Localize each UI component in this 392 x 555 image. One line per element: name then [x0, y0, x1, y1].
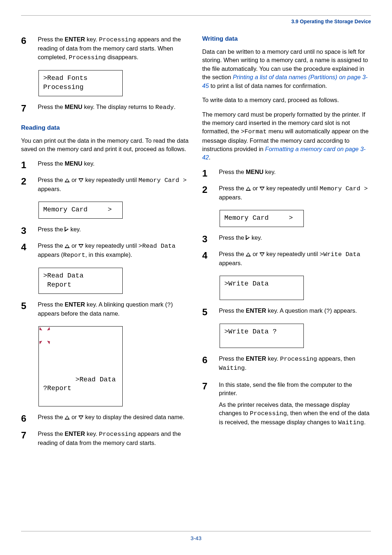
code: ? [167, 301, 171, 308]
t: disappears. [106, 54, 138, 60]
t: key repeatedly until [83, 242, 138, 249]
t: Press the [38, 104, 65, 110]
step-text: Press the ENTER key. A question mark (?)… [219, 307, 371, 319]
t: appears. [219, 260, 242, 266]
t: Press the [219, 251, 246, 257]
code: >Write Data [319, 251, 360, 258]
code: Processing [280, 356, 317, 362]
writing-step-4: 4 Press the or key repeatedly until >Wri… [202, 250, 371, 271]
t: or [70, 414, 78, 420]
step-text: Press the MENU key. [219, 168, 371, 179]
t: Press the [219, 307, 246, 314]
blink-indicator-icon [39, 327, 42, 330]
t: Press the [38, 177, 65, 183]
left-column: 6 Press the ENTER key. Processing appear… [21, 35, 190, 455]
t: Press the [38, 226, 65, 232]
step-text: In this state, send the file from the co… [219, 381, 371, 430]
key: ENTER [65, 430, 85, 437]
blink-indicator-icon [46, 341, 50, 344]
up-arrow-icon [65, 178, 70, 182]
step-number: 1 [21, 159, 38, 170]
step-number: 5 [21, 300, 38, 311]
t: key. [69, 226, 81, 232]
up-arrow-icon [65, 244, 70, 248]
t: or [70, 242, 78, 249]
step-number: 6 [202, 355, 219, 365]
t: In this state, send the file from the co… [219, 381, 371, 398]
step-number: 3 [202, 234, 219, 244]
t: key. The display returns to [82, 104, 155, 110]
reading-step-7: 7 Press the ENTER key. Processing appear… [21, 430, 190, 450]
t: or [70, 177, 78, 183]
key: ENTER [246, 307, 266, 314]
up-arrow-icon [246, 252, 251, 256]
right-arrow-icon [246, 235, 250, 240]
right-column: Writing data Data can be written to a me… [202, 35, 371, 455]
lcd-display: >Read Fonts Processing [38, 70, 123, 96]
footer-rule [21, 531, 371, 531]
code: Waiting [219, 365, 245, 372]
writing-step-2: 2 Press the or key repeatedly until Memo… [202, 184, 371, 205]
step-number: 4 [21, 242, 38, 252]
t: key. [266, 355, 280, 362]
t: appears ( [38, 251, 63, 258]
right-arrow-icon [65, 227, 69, 232]
reading-intro: You can print out the data in the memory… [21, 137, 190, 154]
up-arrow-icon [246, 187, 251, 191]
up-arrow-icon [65, 416, 70, 420]
t: Press the [219, 169, 246, 175]
code: >Format [241, 128, 266, 135]
lcd-display: Memory Card > [220, 210, 304, 227]
t: or [251, 251, 260, 257]
t: key. [85, 430, 99, 437]
code: Memory Card > [319, 185, 368, 192]
lcd-display: >Write Data [220, 276, 304, 300]
step-7: 7 Press the MENU key. The display return… [21, 103, 190, 115]
step-6: 6 Press the ENTER key. Processing appear… [21, 35, 190, 65]
t: . [364, 419, 366, 425]
t: key repeatedly until [83, 177, 138, 183]
reading-step-5: 5 Press the ENTER key. A blinking questi… [21, 300, 190, 321]
blink-indicator-icon [46, 327, 50, 330]
key: ENTER [65, 301, 85, 308]
lcd-display: >Write Data ? [220, 324, 304, 348]
reading-step-4: 4 Press the or key repeatedly until >Rea… [21, 242, 190, 263]
page-footer: 3-43 [21, 531, 371, 541]
down-arrow-icon [78, 244, 83, 248]
key: MENU [65, 104, 82, 110]
code: Report [63, 252, 85, 259]
t: Press the [219, 185, 246, 191]
step-number: 2 [21, 176, 38, 186]
code: ? [326, 308, 330, 315]
key: MENU [246, 169, 264, 175]
step-number: 7 [21, 430, 38, 440]
t: Press the [38, 36, 65, 42]
step-text: Press the ENTER key. Processing appears,… [219, 355, 371, 376]
lcd-display: >Read Data Report [38, 268, 123, 294]
page-number: 3-43 [21, 535, 371, 541]
writing-step-7: 7 In this state, send the file from the … [202, 381, 371, 430]
t: key. [250, 234, 262, 241]
t: appears. [38, 186, 61, 192]
step-number: 7 [21, 103, 38, 113]
top-rule [21, 15, 371, 16]
writing-intro: Data can be written to a memory card unt… [202, 48, 371, 90]
reading-step-1: 1 Press the MENU key. [21, 159, 190, 171]
t: to print a list of data names for confir… [209, 82, 327, 89]
step-text: Press the or key repeatedly until Memory… [219, 184, 371, 205]
down-arrow-icon [260, 187, 265, 191]
t: key repeatedly until [265, 185, 319, 191]
step-text: Press the ENTER key. A blinking question… [38, 300, 190, 321]
lcd-display-blinking: >Read Data ?Report [38, 326, 123, 407]
step-number: 6 [21, 35, 38, 45]
t: key. A question mark ( [266, 307, 326, 314]
t: key. [264, 169, 276, 175]
code: >Read Data [138, 243, 175, 250]
step-text: Press the key. [219, 234, 371, 245]
t: key. [85, 36, 99, 42]
writing-step-1: 1 Press the MENU key. [202, 168, 371, 179]
step-text: Press the MENU key. The display returns … [38, 103, 190, 115]
writing-step-3: 3 Press the key. [202, 234, 371, 245]
writing-p3: The memory card must be properly formatt… [202, 110, 371, 162]
down-arrow-icon [78, 416, 83, 420]
